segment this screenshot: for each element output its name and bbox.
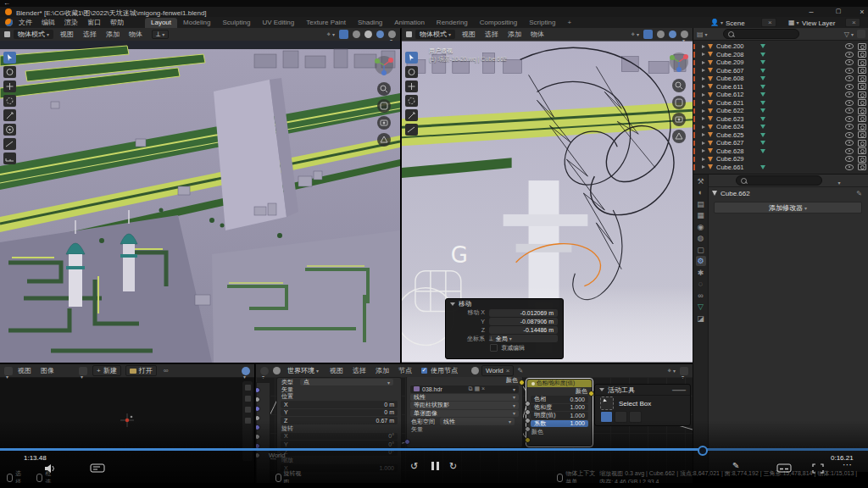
viewport-left[interactable]: 物体模式 视图 选择 添加 物体 ⟂ ⌖	[0, 28, 400, 363]
mode-dropdown[interactable]: 物体模式	[14, 30, 53, 39]
interpolation-dropdown[interactable]: 线性	[410, 394, 519, 402]
note-edit-icon[interactable]: ✎	[732, 461, 739, 470]
snap-magnet-icon[interactable]: ⌖	[667, 367, 676, 375]
outliner-row[interactable]: Cube.208	[693, 51, 868, 59]
panel-collapse-icon[interactable]	[599, 388, 604, 391]
projection-dropdown[interactable]: 等距柱状投影	[410, 402, 519, 409]
color-output-socket[interactable]	[519, 380, 525, 385]
menu-add[interactable]: 添加	[376, 366, 389, 375]
hide-render-icon[interactable]	[858, 51, 866, 58]
volume-icon[interactable]	[44, 463, 56, 474]
subtitle-icon[interactable]	[776, 463, 792, 474]
menu-select[interactable]: 选择	[353, 366, 366, 375]
color-input-socket[interactable]	[525, 437, 531, 443]
snap-magnet-icon[interactable]: ⌖	[326, 30, 335, 39]
move-z-field[interactable]: -0.14486 m	[489, 326, 558, 334]
tab-tool[interactable]: ⚒	[696, 176, 706, 186]
menu-select[interactable]: 选择	[485, 30, 498, 39]
menu-add[interactable]: 添加	[508, 30, 521, 39]
shader-type-dropdown[interactable]: 世界环境	[283, 366, 323, 375]
source-dropdown[interactable]: 单张图像	[410, 410, 519, 418]
viewport-right-gizmo[interactable]	[668, 52, 690, 153]
tab-object-data[interactable]: ▽	[696, 302, 706, 312]
transform-orientation-dropdown[interactable]: ⟂	[152, 30, 169, 39]
expand-icon[interactable]	[702, 158, 705, 161]
panel-collapse-icon[interactable]	[450, 302, 455, 306]
back-icon[interactable]: ←	[3, 0, 10, 7]
hide-render-icon[interactable]	[858, 156, 866, 163]
expand-icon[interactable]	[702, 61, 705, 64]
hide-render-icon[interactable]	[858, 140, 866, 147]
hide-render-icon[interactable]	[858, 115, 866, 122]
hide-render-icon[interactable]	[858, 59, 866, 66]
expand-icon[interactable]	[702, 93, 705, 97]
hide-render-icon[interactable]	[858, 164, 866, 170]
menu-view[interactable]: 视图	[60, 30, 74, 39]
tab-scene[interactable]: ◉	[696, 222, 706, 232]
tab-object[interactable]: ▢	[696, 245, 706, 255]
add-workspace-button[interactable]: +	[561, 18, 577, 28]
mapping-type-dropdown[interactable]: 点	[300, 379, 393, 386]
hide-viewport-icon[interactable]	[845, 68, 854, 74]
outliner-row[interactable]: Cube.624	[693, 123, 868, 131]
hide-viewport-icon[interactable]	[845, 75, 854, 81]
image-datablock-field[interactable]: 038.hdr ⧉ ▦ ×	[410, 385, 519, 393]
colorspace-dropdown[interactable]: 线性	[440, 418, 515, 425]
expand-icon[interactable]	[702, 117, 705, 120]
menu-file[interactable]: 文件	[19, 18, 32, 27]
color-output-socket[interactable]	[588, 391, 594, 396]
proportional-edit-icon[interactable]	[339, 30, 348, 39]
shading-material-icon[interactable]	[376, 30, 384, 38]
hide-viewport-icon[interactable]	[845, 84, 854, 90]
shading-material-icon[interactable]	[669, 30, 676, 38]
tab-modifiers[interactable]: ⚙	[696, 256, 706, 266]
hide-viewport-icon[interactable]	[845, 124, 854, 130]
outliner-row[interactable]: Cube.621	[693, 99, 868, 108]
hide-viewport-icon[interactable]	[845, 43, 854, 49]
expand-icon[interactable]	[702, 165, 705, 169]
pause-icon[interactable]	[431, 462, 434, 470]
hide-render-icon[interactable]	[858, 99, 866, 106]
hide-render-icon[interactable]	[858, 124, 866, 130]
viewport-left-gizmo[interactable]	[373, 55, 395, 157]
expand-icon[interactable]	[702, 101, 705, 104]
shading-rendered-icon[interactable]	[388, 30, 396, 38]
menu-object[interactable]: 物体	[531, 30, 544, 39]
active-tool-panel[interactable]: 活动工具 — Select Box	[594, 384, 691, 426]
hide-viewport-icon[interactable]	[845, 116, 854, 122]
view-layer-selector[interactable]: View Layer	[802, 19, 835, 27]
loc-y-field[interactable]: Y0 m	[281, 409, 398, 417]
outliner-row[interactable]: Cube.608	[693, 75, 868, 83]
outliner[interactable]: ▤ ▽ Cube.200 Cube.208 Cube.209 Cube.607 …	[693, 28, 868, 174]
outliner-row[interactable]: Cube.209	[693, 58, 868, 67]
maximize-button[interactable]: ▢	[834, 8, 843, 14]
viewport-left-canvas[interactable]	[0, 41, 400, 363]
tab-material[interactable]: ◪	[696, 313, 706, 324]
menu-view[interactable]: 视图	[462, 30, 476, 39]
filter-icon[interactable]: ▽	[844, 30, 854, 38]
rot-y-field[interactable]: Y0°	[281, 441, 398, 448]
hsv-node[interactable]: 色相/饱和度(值) 颜色 色相0.500 饱和度1.000 明度(值)1.000…	[526, 379, 593, 446]
fullscreen-icon[interactable]	[812, 463, 824, 474]
hide-render-icon[interactable]	[858, 75, 866, 82]
tab-render[interactable]: ◐	[696, 187, 706, 197]
expand-icon[interactable]	[702, 53, 705, 56]
hide-render-icon[interactable]	[858, 131, 866, 138]
tab-texture-paint[interactable]: Texture Paint	[300, 18, 352, 28]
hide-render-icon[interactable]	[858, 147, 866, 154]
outliner-row[interactable]: Cube.611	[693, 83, 868, 92]
viewlayer-datablock-chip[interactable]	[845, 18, 860, 27]
proportional-edit-icon[interactable]	[643, 30, 653, 39]
shading-solid-icon[interactable]	[364, 30, 372, 38]
select-mode-extend-button[interactable]	[615, 411, 627, 423]
hide-viewport-icon[interactable]	[845, 59, 854, 65]
player-progress-bar[interactable]	[0, 448, 868, 451]
open-image-button[interactable]: 打开	[125, 365, 157, 376]
expand-icon[interactable]	[702, 149, 705, 152]
tab-animation[interactable]: Animation	[388, 18, 431, 28]
tab-uv-editing[interactable]: UV Editing	[256, 18, 300, 28]
scene-selector[interactable]: Scene	[726, 19, 745, 27]
use-nodes-checkbox[interactable]	[421, 368, 427, 374]
hide-viewport-icon[interactable]	[845, 132, 854, 138]
menu-object[interactable]: 物体	[129, 30, 142, 39]
